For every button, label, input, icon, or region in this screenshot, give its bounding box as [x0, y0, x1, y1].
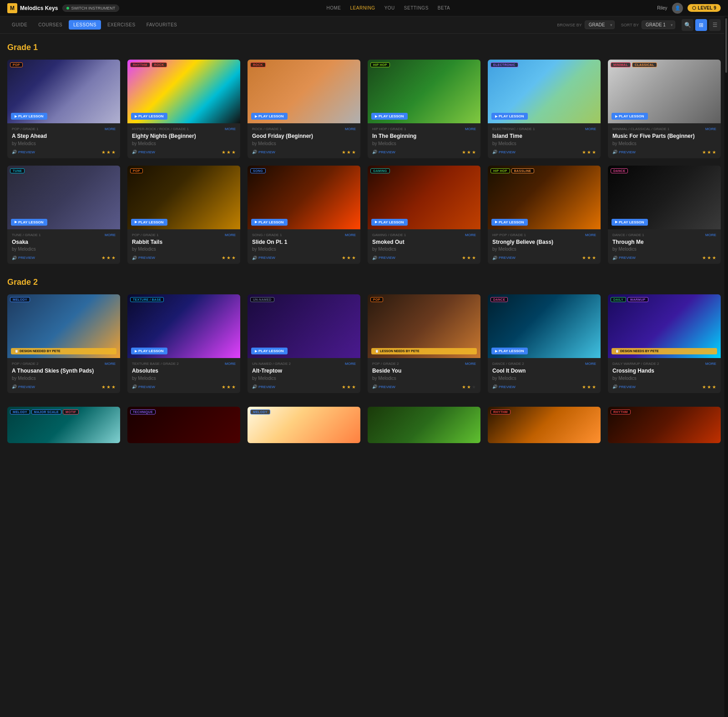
subnav-lessons[interactable]: LESSONS: [69, 20, 101, 30]
card-body: DAILY WARMUP / GRADE 2 MORE Crossing Han…: [608, 358, 721, 393]
star-1: ★: [342, 255, 346, 260]
menu-icon-btn[interactable]: ☰: [709, 19, 721, 31]
card-more-button[interactable]: MORE: [105, 362, 116, 366]
preview-button[interactable]: 🔊 PREVIEW: [612, 384, 636, 389]
nav-settings[interactable]: SETTINGS: [404, 5, 429, 10]
card-more-button[interactable]: MORE: [225, 233, 236, 237]
preview-button[interactable]: 🔊 PREVIEW: [612, 256, 636, 260]
lesson-card-through-me[interactable]: DANCE PLAY LESSON DANCE / GRADE 1 MORE T…: [608, 166, 721, 264]
card-more-button[interactable]: MORE: [705, 127, 716, 131]
preview-button[interactable]: 🔊 PREVIEW: [492, 384, 516, 389]
subnav-guide[interactable]: GUIDE: [7, 20, 32, 30]
preview-button[interactable]: 🔊 PREVIEW: [252, 256, 275, 260]
card-more-button[interactable]: MORE: [225, 127, 236, 131]
lesson-card-osaka[interactable]: TUNE PLAY LESSON TUNE / GRADE 1 MORE Osa…: [7, 166, 120, 264]
card-more-button[interactable]: MORE: [345, 127, 356, 131]
lesson-card-strongly-believe[interactable]: HIP HOPBASSLINE PLAY LESSON HIP POP / GR…: [488, 166, 601, 264]
play-lesson-button[interactable]: PLAY LESSON: [371, 113, 408, 120]
preview-button[interactable]: 🔊 PREVIEW: [12, 256, 35, 260]
preview-button[interactable]: 🔊 PREVIEW: [372, 150, 395, 154]
subnav-exercises[interactable]: EXERCISES: [103, 20, 140, 30]
play-lesson-button[interactable]: PLAY LESSON: [131, 113, 167, 120]
play-lesson-button[interactable]: PLAY LESSON: [131, 219, 167, 226]
lesson-card-beginning[interactable]: HIP HOP PLAY LESSON HIP HOP / GRADE 1 MO…: [368, 60, 480, 158]
play-lesson-button[interactable]: PLAY LESSON: [612, 219, 648, 226]
preview-button[interactable]: 🔊 PREVIEW: [612, 150, 636, 154]
card-more-button[interactable]: MORE: [465, 127, 476, 131]
lesson-card-smoked-out[interactable]: GAMING PLAY LESSON GAMING / GRADE 1 MORE…: [368, 166, 480, 264]
bottom-card-5[interactable]: RHYTHM: [608, 407, 721, 443]
preview-button[interactable]: 🔊 PREVIEW: [12, 384, 35, 389]
play-lesson-button[interactable]: PLAY LESSON: [491, 113, 528, 120]
search-icon-btn[interactable]: 🔍: [682, 19, 693, 31]
user-avatar[interactable]: 👤: [672, 3, 683, 14]
logo[interactable]: M Melodics Keys: [7, 3, 58, 13]
lesson-card-good-friday[interactable]: ROCK PLAY LESSON ROCK / GRADE 1 MORE Goo…: [248, 60, 360, 158]
preview-button[interactable]: 🔊 PREVIEW: [492, 256, 516, 260]
lesson-card-rabbit-tails[interactable]: POP PLAY LESSON POP / GRADE 1 MORE Rabbi…: [127, 166, 240, 264]
preview-button[interactable]: 🔊 PREVIEW: [492, 150, 516, 154]
subnav-favourites[interactable]: FAVOURITES: [142, 20, 182, 30]
preview-button[interactable]: 🔊 PREVIEW: [252, 384, 275, 389]
card-more-button[interactable]: MORE: [705, 233, 716, 237]
lesson-card-alt-treptow[interactable]: UN-NAMED PLAY LESSON UN-NAMED / GRADE 2 …: [248, 294, 360, 393]
play-lesson-button[interactable]: PLAY LESSON: [251, 219, 288, 226]
subnav-courses[interactable]: COURSES: [34, 20, 67, 30]
nav-beta[interactable]: BETA: [438, 5, 450, 10]
play-lesson-button[interactable]: PLAY LESSON: [11, 113, 47, 120]
bottom-card-1[interactable]: TECHNIQUE: [127, 407, 240, 443]
lesson-card-cool-it-down[interactable]: DANCE PLAY LESSON DANCE / GRADE 2 MORE C…: [488, 294, 601, 393]
card-more-button[interactable]: MORE: [105, 127, 116, 131]
preview-button[interactable]: 🔊 PREVIEW: [372, 256, 395, 260]
card-more-button[interactable]: MORE: [465, 362, 476, 366]
preview-button[interactable]: 🔊 PREVIEW: [132, 150, 155, 154]
sort-by-select[interactable]: GRADE 1 GRADE 2 GRADE 3: [642, 20, 675, 29]
lesson-card-beside-you[interactable]: POP 📋 LESSON NEEDS BY PETE POP / GRADE 2…: [368, 294, 480, 393]
play-lesson-button[interactable]: PLAY LESSON: [612, 113, 648, 120]
card-more-button[interactable]: MORE: [585, 233, 596, 237]
sort-by-wrapper[interactable]: GRADE 1 GRADE 2 GRADE 3: [642, 20, 675, 29]
card-more-button[interactable]: MORE: [225, 362, 236, 366]
lesson-card-thousand-skies[interactable]: MELODY 📋 DESIGN NEEDED BY PETE POP / GRA…: [7, 294, 120, 393]
lesson-card-step-ahead[interactable]: POP PLAY LESSON POP / GRADE 1 MORE A Ste…: [7, 60, 120, 158]
card-more-button[interactable]: MORE: [345, 233, 356, 237]
browse-by-wrapper[interactable]: GRADE GENRE: [585, 20, 615, 29]
switch-instrument-button[interactable]: SWITCH INSTRUMENT: [62, 5, 119, 12]
preview-button[interactable]: 🔊 PREVIEW: [372, 384, 395, 389]
play-lesson-button[interactable]: PLAY LESSON: [11, 219, 47, 226]
play-lesson-button[interactable]: PLAY LESSON: [371, 219, 408, 226]
lesson-card-music-five[interactable]: MINIMALCLASSICAL PLAY LESSON MINIMAL / C…: [608, 60, 721, 158]
card-more-button[interactable]: MORE: [105, 233, 116, 237]
play-lesson-button[interactable]: PLAY LESSON: [491, 219, 528, 226]
play-lesson-button[interactable]: PLAY LESSON: [131, 348, 167, 354]
card-image: POP PLAY LESSON: [7, 60, 120, 123]
card-more-button[interactable]: MORE: [345, 362, 356, 366]
play-lesson-button[interactable]: PLAY LESSON: [491, 348, 528, 354]
nav-home[interactable]: HOME: [327, 5, 341, 10]
bottom-card-4[interactable]: RHYTHM: [488, 407, 601, 443]
preview-button[interactable]: 🔊 PREVIEW: [252, 150, 275, 154]
play-lesson-button[interactable]: PLAY LESSON: [251, 113, 288, 120]
preview-button[interactable]: 🔊 PREVIEW: [132, 256, 155, 260]
card-more-button[interactable]: MORE: [705, 362, 716, 366]
bottom-card-0[interactable]: MELODYMAJOR SCALEMOTIF: [7, 407, 120, 443]
lesson-card-absolutes[interactable]: TEXTURE / BASE PLAY LESSON TEXTURE BASE …: [127, 294, 240, 393]
browse-by-select[interactable]: GRADE GENRE: [585, 20, 615, 29]
card-more-button[interactable]: MORE: [465, 233, 476, 237]
bottom-card-2[interactable]: MELODY: [248, 407, 360, 443]
grid-view-icon-btn[interactable]: ⊞: [695, 19, 707, 31]
nav-you[interactable]: YOU: [384, 5, 395, 10]
nav-learning[interactable]: LEARNING: [350, 5, 375, 10]
scrollbar-thumb[interactable]: [725, 18, 727, 73]
lesson-card-eighty-nights[interactable]: RHYTHMROCK PLAY LESSON HYPER-ROCK / ROCK…: [127, 60, 240, 158]
lesson-card-slide-on[interactable]: SONG PLAY LESSON SONG / GRADE 1 MORE Sli…: [248, 166, 360, 264]
lesson-card-island-time[interactable]: ELECTRONIC PLAY LESSON ELECTRONIC / GRAD…: [488, 60, 601, 158]
card-more-button[interactable]: MORE: [585, 127, 596, 131]
preview-button[interactable]: 🔊 PREVIEW: [132, 384, 155, 389]
preview-button[interactable]: 🔊 PREVIEW: [12, 150, 35, 154]
bottom-card-3[interactable]: [368, 407, 480, 443]
lesson-card-crossing-hands[interactable]: DAILYWARMUP 📋 DESIGN NEEDS BY PETE DAILY…: [608, 294, 721, 393]
scrollbar[interactable]: [724, 16, 728, 717]
play-lesson-button[interactable]: PLAY LESSON: [251, 348, 288, 354]
card-more-button[interactable]: MORE: [585, 362, 596, 366]
